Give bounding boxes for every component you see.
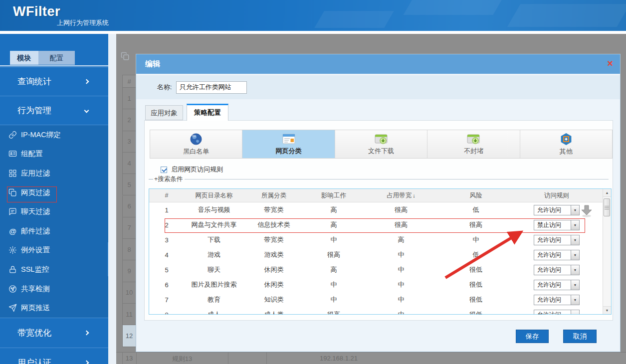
sort-desc-icon: ↓ [413,192,416,198]
access-rule-dropdown[interactable]: 允许访问 [534,265,580,275]
sidebar-item-ip-mac-binding[interactable]: IP-MAC绑定 [0,125,108,145]
table-row: 7 教育 知识类 中 中 很低 允许访问 [149,292,611,307]
sidebar-group-query-stats[interactable]: 查询统计 [0,67,108,96]
policy-type-tiles: 黑白名单 网页分类 [150,130,613,159]
name-label: 名称: [157,83,172,92]
cell-risk: 很低 [438,307,513,315]
table-row: 6 图片及图片搜索 休闲类 中 中 很低 允许访问 [149,277,611,292]
close-icon[interactable]: × [607,58,613,68]
access-rule-dropdown[interactable]: 允许访问 [534,250,580,260]
cancel-button[interactable]: 取消 [563,330,597,343]
col-header-risk[interactable]: 风险 [438,189,513,202]
caret-down-icon[interactable] [571,310,579,315]
background-rule-name: 规则13 [136,355,228,364]
sidebar-group-behavior-mgmt[interactable]: 行为管理 [0,96,108,125]
background-row-number: 8 [122,239,136,260]
cell-name: 教育 [184,292,244,307]
background-row-number: 5 [122,174,136,195]
cell-risk: 很低 [438,262,513,277]
tab-policy-config[interactable]: 策略配置 [187,104,228,121]
access-rule-dropdown[interactable]: 允许访问 [534,205,580,215]
legend-line [149,179,153,180]
sidebar-group-user-auth[interactable]: 用户认证 [0,348,108,364]
dialog-title: 编辑 [145,59,160,69]
move-down-icon[interactable] [579,204,594,218]
caret-down-icon[interactable] [571,220,579,230]
scrollbar-thumb[interactable] [604,198,610,216]
dropdown-value: 允许访问 [534,295,571,305]
cell-impact: 高 [304,202,364,217]
sidebar-item-web-filter[interactable]: 网页过滤 [0,183,108,202]
caret-down-icon[interactable] [571,265,579,275]
sidebar-item-group-config[interactable]: 组配置 [0,145,108,164]
cell-num: 3 [149,232,184,247]
col-header-category[interactable]: 所属分类 [244,189,304,202]
cell-name: 音乐与视频 [184,202,244,217]
sidebar-tab-modules[interactable]: 模块 [10,51,38,65]
access-rule-dropdown[interactable]: 允许访问 [534,310,580,315]
background-row-number: 6 [122,196,136,217]
sidebar-item-label: 聊天过滤 [21,207,50,216]
sidebar-item-mail-filter[interactable]: 邮件过滤 [0,221,108,241]
table-scrollbar[interactable]: ▲ ▼ [603,189,611,314]
tile-web-category[interactable]: 网页分类 [242,130,335,158]
search-conditions-toggle[interactable]: +搜索条件 [154,175,183,183]
chevron-right-icon [84,361,89,364]
caret-down-icon[interactable] [571,250,579,260]
dropdown-value: 允许访问 [534,205,571,215]
name-input[interactable] [176,81,247,94]
caret-down-icon[interactable] [571,295,579,305]
scroll-up-icon[interactable]: ▲ [603,189,611,197]
hexagon-plus-icon [560,133,573,146]
col-header-bandwidth[interactable]: 占用带宽 ↓ [364,189,438,202]
save-button[interactable]: 保存 [516,330,549,343]
dialog-tabs: 应用对象 策略配置 [145,103,228,120]
access-rule-dropdown[interactable]: 允许访问 [534,295,580,305]
col-header-rule[interactable]: 访问规则 [513,189,600,202]
access-rule-dropdown[interactable]: 禁止访问 [534,220,580,230]
table-row: 8 成人 成人类 很高 中 很低 允许访问 [149,307,611,315]
sidebar-tab-config[interactable]: 配置 [38,51,75,65]
enable-rules-row: 启用网页访问规则 [161,165,223,174]
cell-category: 带宽类 [244,202,304,217]
scroll-down-icon[interactable]: ▼ [603,306,611,314]
col-header-num[interactable]: # [149,189,184,202]
cell-bandwidth: 中 [364,247,438,262]
sidebar-item-ssl-monitor[interactable]: SSL监控 [0,260,108,279]
col-header-name[interactable]: 网页目录名称 [184,189,244,202]
cell-bandwidth: 高 [364,232,438,247]
table-row: 4 游戏 游戏类 很高 中 低 允许访问 [149,247,611,262]
sidebar-item-web-push[interactable]: 网页推送 [0,298,108,318]
tab-apply-objects[interactable]: 应用对象 [145,105,183,120]
sidebar-item-app-filter[interactable]: 应用过滤 [0,164,108,183]
cell-bandwidth: 中 [364,277,438,292]
tile-no-block[interactable]: 不封堵 [427,130,520,158]
sidebar-item-share-detection[interactable]: 共享检测 [0,279,108,299]
search-conditions-legend: +搜索条件 [149,175,609,183]
sidebar-group-label: 用户认证 [17,357,51,364]
tile-other[interactable]: 其他 [520,130,612,158]
enable-rules-checkbox[interactable] [161,167,167,173]
caret-down-icon[interactable] [571,235,579,245]
cell-num: 5 [149,262,184,277]
sidebar-item-chat-filter[interactable]: 聊天过滤 [0,202,108,221]
access-rule-dropdown[interactable]: 允许访问 [534,280,580,290]
header-decoration [314,11,394,28]
sidebar-group-bandwidth[interactable]: 带宽优化 [0,318,108,348]
tile-blacklist-whitelist[interactable]: 黑白名单 [150,130,242,158]
policy-config-panel: 黑白名单 网页分类 [144,120,613,321]
tile-file-download[interactable]: 文件下载 [335,130,427,158]
col-header-impact[interactable]: 影响工作 [304,189,364,202]
legend-line [185,179,609,180]
sidebar-item-exception-settings[interactable]: 例外设置 [0,241,108,260]
cell-category: 知识类 [244,292,304,307]
grid-icon [8,169,17,178]
caret-down-icon[interactable] [571,280,579,290]
table-row: 5 聊天 休闲类 高 中 很低 允许访问 [149,262,611,277]
col-header-bandwidth-label: 占用带宽 [387,191,412,200]
cell-impact: 中 [304,277,364,292]
access-rule-dropdown[interactable]: 允许访问 [534,235,580,245]
sidebar-item-label: 邮件过滤 [21,226,50,236]
caret-down-icon[interactable] [571,205,579,215]
dropdown-value: 允许访问 [534,280,571,290]
